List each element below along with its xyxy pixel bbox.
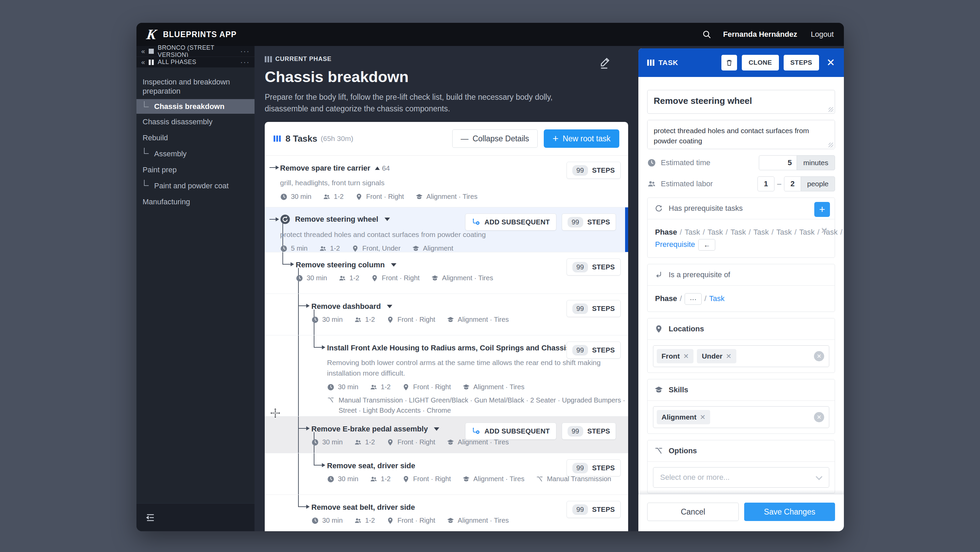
blueprint-menu-icon[interactable]: ··· [240, 47, 250, 56]
sidebar-allphases-header[interactable]: « ALL PHASES ··· [137, 57, 255, 67]
remove-chip-icon[interactable]: ✕ [700, 413, 706, 421]
caret-down-icon[interactable] [387, 305, 392, 308]
all-phases-menu-icon[interactable]: ··· [240, 58, 250, 67]
sidebar-item-inspection[interactable]: Inspection and breakdown preparation [137, 74, 239, 99]
steps-button[interactable]: 99STEPS [566, 341, 620, 359]
task-skills: Alignment · Tires [442, 274, 493, 282]
task-row[interactable]: Remove seat, driver side 30 min 1-2 Fron… [265, 453, 628, 495]
clone-button[interactable]: CLONE [742, 55, 779, 70]
location-chip: Under✕ [697, 349, 736, 363]
sidebar-item-rebuild[interactable]: Rebuild [137, 130, 255, 146]
options-select[interactable]: Select one or more... [653, 467, 829, 488]
task-title[interactable]: Remove steering wheel [295, 215, 379, 224]
task-description-input[interactable]: protect threaded holes and contact surfa… [647, 120, 835, 149]
task-title[interactable]: Remove E-brake pedal assembly [311, 424, 428, 434]
skills-input[interactable]: Alignment✕ ✕ [653, 406, 829, 428]
clear-all-icon[interactable]: ✕ [814, 412, 824, 422]
collapse-chevrons-icon[interactable]: « [141, 47, 145, 55]
task-panel-header: TASK CLONE STEPS ✕ [638, 48, 844, 77]
sidebar-item-paint-prep[interactable]: Paint prep [137, 162, 255, 178]
add-prerequisite-button[interactable]: + [814, 202, 830, 217]
sidebar-item-paint-powder-coat[interactable]: Paint and powder coat [137, 178, 255, 194]
search-icon[interactable] [702, 30, 711, 39]
redo-icon [654, 204, 663, 213]
steps-button[interactable]: 99STEPS [562, 423, 616, 440]
prerequisite-section: Has prerequisite tasks + Phase/Task/Task… [647, 198, 835, 258]
remove-prerequisite-icon[interactable]: ✕ [821, 226, 828, 235]
task-location: Front · Right [398, 316, 435, 324]
new-root-task-button[interactable]: + New root task [544, 129, 619, 148]
app-window: K BLUEPRINTS APP Fernanda Hernández Logo… [137, 23, 844, 531]
prerequisite-link[interactable]: Prerequisite [655, 240, 695, 249]
options-icon [536, 475, 543, 483]
delete-task-button[interactable] [721, 55, 737, 70]
task-row[interactable]: Install Front Axle Housing to Radius arm… [265, 335, 628, 416]
task-row[interactable]: Remove steering column 30 min 1-2 Front … [265, 252, 628, 294]
labor-min-input[interactable] [757, 176, 775, 191]
user-name[interactable]: Fernanda Hernández [723, 30, 797, 39]
task-title[interactable]: Remove dashboard [311, 302, 381, 311]
task-row[interactable]: Remove seat belt, driver side 30 min 1-2… [265, 495, 628, 531]
move-cursor-icon [269, 407, 281, 419]
add-subsequent-button[interactable]: ADD SUBSEQUENT [465, 423, 556, 440]
task-title[interactable]: Remove spare tire carrier [280, 164, 370, 173]
goto-prerequisite-button[interactable]: ← [698, 239, 715, 250]
trash-icon [725, 59, 733, 67]
caret-down-icon[interactable] [385, 218, 390, 221]
collapse-chevrons-icon[interactable]: « [141, 58, 145, 66]
close-panel-icon[interactable]: ✕ [827, 57, 835, 68]
task-row-hovered[interactable]: Remove E-brake pedal assembly 30 min 1-2… [265, 416, 628, 453]
task-time: 30 min [322, 316, 343, 324]
labor-max-input[interactable] [784, 176, 801, 191]
task-title[interactable]: Install Front Axle Housing to Radius arm… [327, 344, 570, 353]
save-changes-button[interactable]: Save Changes [744, 503, 835, 521]
clear-all-icon[interactable]: ✕ [814, 351, 824, 361]
sort-indicator[interactable]: 64 [375, 164, 390, 172]
collapse-details-button[interactable]: — Collapse Details [452, 129, 538, 148]
sidebar-item-assembly[interactable]: Assembly [137, 146, 255, 162]
collapsed-path-button[interactable]: ··· [685, 293, 702, 305]
options-label: Options [669, 447, 697, 455]
sidebar-item-chassis-disassembly[interactable]: Chassis disassembly [137, 114, 255, 130]
steps-button[interactable]: 99STEPS [566, 162, 620, 179]
steps-button[interactable]: 99STEPS [566, 258, 620, 276]
task-row[interactable]: Remove spare tire carrier 64 grill, head… [265, 156, 628, 207]
resize-grip-icon[interactable] [829, 143, 833, 147]
task-title[interactable]: Remove seat, driver side [327, 461, 415, 470]
edit-phase-icon[interactable] [598, 56, 612, 70]
sidebar-blueprint-header[interactable]: « BRONCO (STREET VERSION) ··· [137, 46, 255, 56]
people-icon [370, 383, 377, 391]
task-title[interactable]: Remove seat belt, driver side [311, 503, 415, 512]
caret-down-icon[interactable] [391, 263, 396, 266]
locations-input[interactable]: Front✕ Under✕ ✕ [653, 345, 829, 367]
steps-button[interactable]: 99STEPS [566, 300, 620, 317]
clock-icon [296, 274, 303, 282]
remove-chip-icon[interactable]: ✕ [726, 352, 732, 360]
dependent-task-link[interactable]: Task [709, 294, 724, 303]
caret-down-icon[interactable] [434, 428, 439, 431]
recurring-task-icon [280, 214, 290, 224]
steps-button[interactable]: 99STEPS [566, 459, 620, 476]
sidebar: « BRONCO (STREET VERSION) ··· « ALL PHAS… [137, 46, 255, 531]
task-row[interactable]: Remove dashboard 30 min 1-2 Front · Righ… [265, 294, 628, 335]
steps-panel-button[interactable]: STEPS [784, 55, 819, 70]
sort-asc-icon [375, 166, 380, 170]
logout-link[interactable]: Logout [811, 30, 834, 39]
resize-grip-icon[interactable] [829, 107, 833, 112]
remove-chip-icon[interactable]: ✕ [683, 352, 689, 360]
steps-button[interactable]: 99STEPS [562, 214, 616, 231]
skills-icon [463, 383, 470, 391]
sidebar-item-manufacturing[interactable]: Manufacturing [137, 194, 255, 210]
steps-button[interactable]: 99STEPS [566, 501, 620, 518]
collapse-sidebar-icon[interactable] [145, 512, 156, 523]
time-value-input[interactable] [759, 155, 797, 170]
add-subsequent-button[interactable]: ADD SUBSEQUENT [465, 214, 556, 231]
skills-icon [447, 439, 454, 446]
task-list-header: 8 Tasks (65h 30m) — Collapse Details + N… [265, 122, 628, 156]
task-row-selected[interactable]: Remove steering wheel protect threaded h… [265, 207, 628, 252]
is-prerequisite-section: Is a prerequisite of Phase/···/Task [647, 264, 835, 312]
task-title[interactable]: Remove steering column [296, 260, 385, 270]
task-title-input[interactable]: Remove steering wheel [647, 90, 835, 114]
sidebar-item-chassis-breakdown[interactable]: Chassis breakdown [137, 99, 255, 114]
cancel-button[interactable]: Cancel [647, 503, 739, 521]
